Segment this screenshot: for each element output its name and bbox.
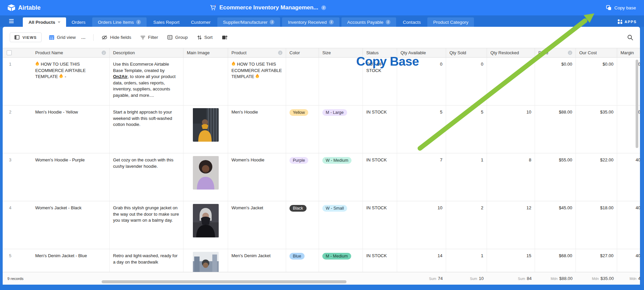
view-more-button[interactable]: … (81, 35, 86, 40)
cell-qty_available[interactable]: 10 (397, 201, 446, 249)
table-tab-orders[interactable]: Orders (66, 17, 91, 27)
cell-desc[interactable]: Retro and light-washed, ready for a day … (110, 249, 183, 272)
cell-name[interactable]: Women's Jacket - Black (32, 201, 110, 249)
column-header-name[interactable]: Product Namei (32, 48, 110, 57)
table-tab-sales-report[interactable]: Sales Report (148, 17, 185, 27)
cell-name[interactable]: Women's Hoodie - Purple (32, 153, 110, 201)
row-number[interactable]: 5 (3, 249, 32, 272)
cell-qty_sold[interactable]: 1 (446, 153, 487, 201)
cell-status[interactable]: IN STOCK (363, 249, 397, 272)
column-header-qty_restocked[interactable]: Qty Restocked (487, 48, 535, 57)
hide-fields-button[interactable]: Hide fields (102, 35, 131, 40)
column-header-image[interactable]: Main Image (183, 48, 228, 57)
cell-desc[interactable]: Get cozy on the couch with this cushy la… (110, 153, 183, 201)
cell-image[interactable] (183, 58, 228, 105)
cell-qty_restocked[interactable]: 10 (487, 105, 535, 153)
select-all-header[interactable] (3, 48, 32, 57)
cell-color[interactable]: Yellow (286, 105, 319, 153)
cell-price[interactable]: $0.00 (535, 58, 576, 105)
vertical-scrollbar[interactable] (636, 60, 638, 148)
cell-size[interactable]: M - Large (319, 105, 363, 153)
product-image-mens-hoodie-yellow[interactable] (193, 108, 219, 142)
field-info-icon[interactable]: i (102, 51, 106, 55)
cell-product[interactable]: Men's Denim Jacket (228, 249, 286, 272)
cell-price[interactable]: $88.00 (535, 105, 576, 153)
column-header-qty_sold[interactable]: Qty Sold (446, 48, 487, 57)
view-name-button[interactable]: Grid view (49, 35, 76, 40)
sort-button[interactable]: Sort (197, 35, 213, 40)
row-color-button[interactable] (222, 35, 227, 40)
table-tab-supplier-manufacturer[interactable]: Supplier/Manufactureri (217, 17, 280, 27)
cell-status[interactable]: IN STOCK (363, 153, 397, 201)
table-tab-customer[interactable]: Customer (185, 17, 216, 27)
cell-margin[interactable]: 40 (617, 201, 640, 249)
cell-qty_available[interactable]: 5 (397, 105, 446, 153)
cell-qty_restocked[interactable]: 15 (487, 249, 535, 272)
cell-our_cost[interactable]: $22.00 (576, 153, 617, 201)
product-image-womens-hoodie-purple[interactable] (193, 156, 219, 190)
tab-info-icon[interactable]: i (136, 20, 141, 24)
cell-our_cost[interactable]: $27.00 (576, 249, 617, 272)
filter-button[interactable]: Filter (141, 35, 158, 40)
cell-qty_restocked[interactable]: 8 (487, 153, 535, 201)
cell-desc[interactable]: Grab this stylish grunge jacket on the w… (110, 201, 183, 249)
tab-info-icon[interactable]: i (386, 20, 390, 24)
cell-size[interactable]: W - Medium (319, 153, 363, 201)
table-tab-all-products[interactable]: All Products (23, 17, 66, 27)
cell-margin[interactable]: 40 (617, 153, 640, 201)
cell-name[interactable]: Men's Denim Jacket - Blue (32, 249, 110, 272)
cell-qty_available[interactable]: 14 (397, 249, 446, 272)
column-header-qty_available[interactable]: Qty Available (397, 48, 446, 57)
cell-color[interactable] (286, 58, 319, 105)
column-header-color[interactable]: Color (286, 48, 319, 57)
copy-base-button[interactable]: Copy base (606, 0, 636, 15)
cell-qty_sold[interactable]: 0 (446, 58, 487, 105)
table-tab-orders-line-items[interactable]: Orders Line Itemsi (92, 17, 147, 27)
summary-cell-qty_restocked[interactable]: Sum84 (487, 276, 535, 281)
cell-image[interactable] (183, 105, 228, 153)
cell-size[interactable]: W - Small (319, 201, 363, 249)
tab-info-icon[interactable]: i (270, 20, 274, 24)
on2air-link[interactable]: On2Air (113, 74, 127, 79)
row-number[interactable]: 4 (3, 201, 32, 249)
field-info-icon[interactable]: i (278, 51, 282, 55)
cell-desc[interactable]: Start a bright approach to your weekend … (110, 105, 183, 153)
tab-info-icon[interactable]: i (329, 20, 334, 24)
cell-product[interactable]: Women's Jacket (228, 201, 286, 249)
cell-our_cost[interactable]: $35.00 (576, 105, 617, 153)
apps-button[interactable]: APPS (618, 19, 637, 24)
column-header-size[interactable]: Size (319, 48, 363, 57)
cell-qty_available[interactable]: 7 (397, 153, 446, 201)
cell-product[interactable]: HOW TO USE THIS ECOMMERCE AIRTABLE TEMPL… (228, 58, 286, 105)
cell-price[interactable]: $55.00 (535, 153, 576, 201)
cell-status[interactable]: IN STOCK (363, 105, 397, 153)
cell-qty_available[interactable]: 0 (397, 58, 446, 105)
summary-cell-our_cost[interactable]: Mdn$35.00 (576, 276, 617, 281)
column-header-price[interactable]: Pricei (535, 48, 576, 57)
cell-our_cost[interactable]: $0.00 (576, 58, 617, 105)
summary-cell-qty_sold[interactable]: Sum10 (446, 276, 487, 281)
cell-size[interactable] (319, 58, 363, 105)
row-number[interactable]: 1 (3, 58, 32, 105)
select-all-checkbox[interactable] (7, 50, 12, 55)
group-button[interactable]: Group (167, 35, 188, 40)
summary-cell-qty_available[interactable]: Sum74 (397, 276, 446, 281)
product-image-mens-denim-jacket-blue[interactable] (193, 252, 219, 272)
cell-price[interactable]: $45.00 (535, 201, 576, 249)
cell-qty_sold[interactable]: 5 (446, 105, 487, 153)
cell-qty_sold[interactable]: 2 (446, 201, 487, 249)
column-header-our_cost[interactable]: Our Cost (576, 48, 617, 57)
cell-color[interactable]: Blue (286, 249, 319, 272)
airtable-logo[interactable]: Airtable (7, 0, 41, 15)
search-button[interactable] (627, 34, 633, 41)
row-number[interactable]: 3 (3, 153, 32, 201)
summary-cell-price[interactable]: Mdn$88.00 (535, 276, 576, 281)
title-info-icon[interactable]: i (321, 5, 326, 10)
column-header-status[interactable]: Status (363, 48, 397, 57)
product-image-womens-jacket-black[interactable] (193, 204, 219, 237)
row-number[interactable]: 2 (3, 105, 32, 153)
column-header-product[interactable]: Producti (228, 48, 286, 57)
table-tab-product-category[interactable]: Product Category (427, 17, 474, 27)
cell-margin[interactable]: 40 (617, 249, 640, 272)
cell-color[interactable]: Black (286, 201, 319, 249)
